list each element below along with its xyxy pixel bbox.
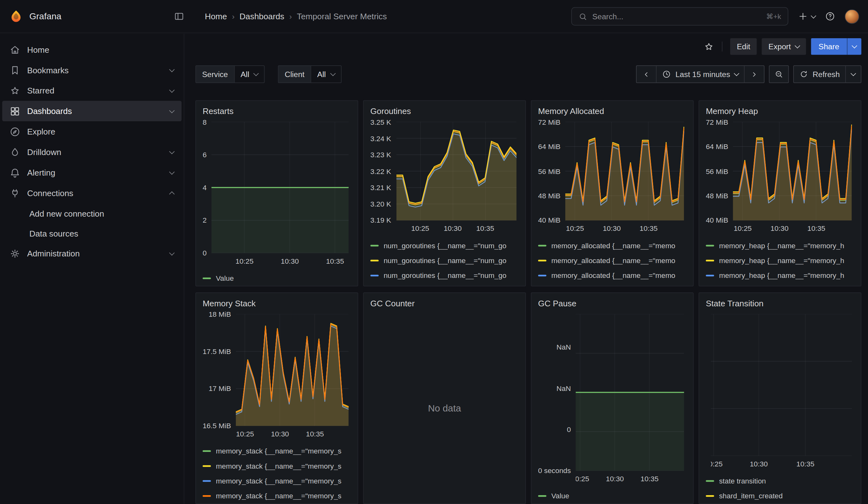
y-tick-label: 56 MiB	[706, 167, 728, 175]
refresh-group: Refresh	[793, 65, 861, 83]
sidebar-item-bookmarks[interactable]: Bookmarks	[2, 60, 182, 80]
dashboard-panel[interactable]: GC Pause NaNNaN00 seconds 10:2510:3010:3…	[531, 292, 694, 504]
sidebar-item-connections[interactable]: Connections	[2, 183, 182, 203]
legend-item[interactable]: Value	[203, 271, 350, 286]
x-axis-labels: 10:2510:3010:35	[396, 220, 516, 235]
add-menu-button[interactable]	[798, 11, 815, 21]
chevron-up-icon[interactable]	[169, 192, 175, 197]
favorite-button[interactable]	[704, 41, 714, 52]
sidebar-item-drilldown[interactable]: Drilldown	[2, 142, 182, 162]
brand-title: Grafana	[29, 11, 61, 21]
zoom-out-button[interactable]	[769, 65, 789, 83]
dashboard-panel[interactable]: Goroutines 3.25 K3.24 K3.23 K3.22 K3.21 …	[363, 100, 526, 286]
dashboard-panel[interactable]: Memory Stack 18 MiB17.5 MiB17 MiB16.5 Mi…	[195, 292, 358, 504]
top-bar: Grafana Home › Dashboards › Temporal Ser…	[0, 0, 868, 33]
sidebar-item-explore[interactable]: Explore	[2, 121, 182, 142]
sidebar-item-administration[interactable]: Administration	[2, 243, 182, 264]
legend-label: state transition	[719, 477, 766, 485]
plot-area[interactable]	[711, 314, 852, 456]
chevron-down-icon	[851, 71, 856, 76]
export-button[interactable]: Export	[762, 38, 806, 55]
sidebar-item-starred[interactable]: Starred	[2, 80, 182, 101]
y-tick-label: 40 MiB	[538, 216, 560, 224]
dashboard-panel[interactable]: State Transition 10:2510:3010:35 state t…	[699, 292, 861, 504]
legend: Value	[531, 485, 693, 503]
legend-item[interactable]: memory_allocated {__name__="memo	[538, 268, 685, 283]
gear-icon	[9, 248, 21, 259]
legend-item[interactable]: memory_heap {__name__="memory_h	[706, 253, 853, 268]
time-shift-back-button[interactable]	[637, 66, 656, 83]
service-variable-picker[interactable]: All	[234, 65, 265, 83]
grafana-app: Grafana Home › Dashboards › Temporal Ser…	[0, 0, 868, 504]
chevron-down-icon[interactable]	[169, 87, 175, 92]
help-button[interactable]	[825, 11, 835, 21]
refresh-button[interactable]: Refresh	[794, 66, 845, 83]
divider	[722, 42, 723, 52]
legend-item[interactable]: memory_heap {__name__="memory_h	[706, 268, 853, 283]
plot-area[interactable]	[576, 314, 684, 471]
time-shift-forward-button[interactable]	[744, 66, 764, 83]
legend-item[interactable]: memory_stack {__name__="memory_s	[203, 488, 350, 503]
panel-left-icon	[174, 11, 184, 21]
sidebar-item-dashboards[interactable]: Dashboards	[2, 101, 182, 121]
legend-item[interactable]: state transition	[706, 474, 853, 488]
search-input[interactable]: Search... ⌘+k	[571, 7, 788, 25]
breadcrumb-home[interactable]: Home	[205, 12, 227, 21]
plot-area[interactable]	[211, 122, 349, 253]
legend-item[interactable]: num_goroutines {__name__="num_go	[370, 253, 518, 268]
compass-icon	[9, 126, 21, 137]
sidebar-item-alerting[interactable]: Alerting	[2, 162, 182, 183]
y-tick-label: 3.22 K	[370, 167, 391, 175]
y-tick-label: 18 MiB	[209, 310, 231, 318]
legend-color-swatch	[538, 260, 546, 261]
legend-item[interactable]: Value	[538, 488, 685, 503]
legend-item[interactable]: memory_stack {__name__="memory_s	[203, 474, 350, 488]
share-split-button: Share	[811, 38, 861, 55]
plot-area[interactable]	[733, 122, 852, 220]
angle-right-icon	[750, 70, 758, 78]
legend-item[interactable]: memory_heap {__name__="memory_h	[706, 238, 853, 253]
plot-area[interactable]	[565, 122, 684, 220]
refresh-icon	[799, 70, 808, 79]
chevron-down-icon[interactable]	[169, 148, 175, 154]
client-variable-picker[interactable]: All	[311, 65, 341, 83]
x-tick-label: 10:25	[576, 475, 589, 483]
sidebar-item-data-sources[interactable]: Data sources	[2, 223, 182, 243]
chevron-down-icon[interactable]	[169, 66, 175, 72]
legend-item[interactable]: shard_item_created	[706, 488, 853, 503]
plot-area[interactable]	[396, 122, 516, 220]
sidebar-item-add-new-connection[interactable]: Add new connection	[2, 203, 182, 223]
dashboard-panel[interactable]: Restarts 86420 10:2510:3010:35 Value	[195, 100, 358, 286]
chevron-down-icon[interactable]	[169, 169, 175, 174]
chevron-down-icon[interactable]	[169, 107, 175, 113]
legend-label: Value	[551, 492, 569, 500]
breadcrumb-dashboards[interactable]: Dashboards	[240, 12, 285, 21]
chart: 10:2510:3010:35	[699, 314, 861, 470]
legend-item[interactable]: memory_stack {__name__="memory_s	[203, 444, 350, 459]
user-avatar[interactable]	[845, 9, 859, 24]
dashboard-panel[interactable]: Memory Allocated 72 MiB64 MiB56 MiB48 Mi…	[531, 100, 694, 286]
legend-label: memory_stack {__name__="memory_s	[216, 462, 342, 470]
edit-button[interactable]: Edit	[730, 38, 757, 55]
time-range-picker[interactable]: Last 15 minutes	[656, 66, 744, 83]
grafana-logo[interactable]	[9, 9, 23, 24]
sidebar-item-home[interactable]: Home	[2, 40, 182, 60]
legend-item[interactable]: num_goroutines {__name__="num_go	[370, 238, 518, 253]
dashboard-panel[interactable]: GC Counter No data	[363, 292, 526, 504]
legend-item[interactable]: memory_allocated {__name__="memo	[538, 283, 685, 286]
x-tick-label: 10:25	[566, 224, 584, 233]
legend-item[interactable]: memory_allocated {__name__="memo	[538, 253, 685, 268]
share-button[interactable]: Share	[811, 38, 847, 55]
legend-item[interactable]: memory_stack {__name__="memory_s	[203, 459, 350, 473]
dashboard-panel[interactable]: Memory Heap 72 MiB64 MiB56 MiB48 MiB40 M…	[699, 100, 861, 286]
plot-area[interactable]	[236, 314, 349, 426]
refresh-interval-dropdown[interactable]	[845, 66, 861, 83]
legend-item[interactable]: num_goroutines {__name__="num_go	[370, 283, 518, 286]
legend-item[interactable]: memory_allocated {__name__="memo	[538, 238, 685, 253]
chevron-down-icon[interactable]	[169, 250, 175, 255]
legend-item[interactable]: num_goroutines {__name__="num_go	[370, 268, 518, 283]
legend-item[interactable]: memory_heap {__name__="memory_h	[706, 283, 853, 286]
sidebar-toggle-icon[interactable]	[174, 11, 184, 21]
chart: 72 MiB64 MiB56 MiB48 MiB40 MiB 10:2510:3…	[531, 122, 693, 235]
share-dropdown-button[interactable]	[847, 38, 861, 55]
